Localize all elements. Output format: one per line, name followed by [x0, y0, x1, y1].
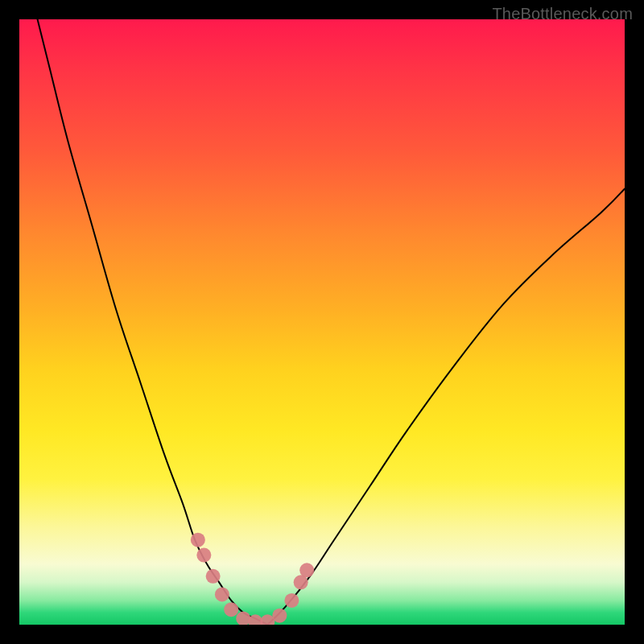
marker-dot	[191, 533, 205, 547]
curve-layer	[19, 19, 625, 625]
marker-dot	[196, 548, 211, 563]
marker-dot	[224, 602, 238, 617]
chart-frame: TheBottleneck.com	[0, 0, 644, 644]
series-left-curve	[38, 19, 268, 625]
marker-dot	[299, 563, 314, 577]
marker-dot	[206, 569, 221, 584]
marker-dot	[272, 609, 287, 623]
series-right-curve	[267, 189, 625, 625]
marker-dot	[215, 587, 229, 601]
plot-area	[19, 19, 625, 625]
marker-dot	[284, 593, 299, 608]
